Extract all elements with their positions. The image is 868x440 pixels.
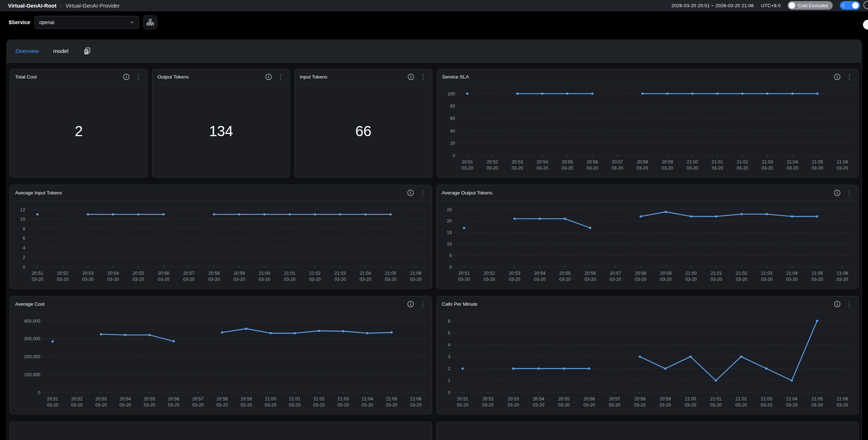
- svg-text:6: 6: [23, 236, 25, 241]
- svg-text:03-20: 03-20: [587, 166, 598, 171]
- info-icon[interactable]: [834, 73, 841, 80]
- service-variable-label: $Service: [9, 19, 30, 25]
- svg-text:03-20: 03-20: [559, 277, 571, 282]
- breadcrumb-root-link[interactable]: Virtual-GenAI-Root: [8, 3, 57, 9]
- info-icon[interactable]: [265, 73, 272, 80]
- svg-text:21:02: 21:02: [737, 160, 748, 165]
- svg-text:21:04: 21:04: [786, 396, 797, 401]
- kebab-menu-icon[interactable]: ⋮: [419, 74, 427, 80]
- svg-text:03-20: 03-20: [208, 277, 220, 282]
- svg-text:20:53: 20:53: [508, 396, 519, 401]
- card-header: Calls Per Minute ⋮: [437, 296, 858, 312]
- svg-text:03-20: 03-20: [761, 277, 773, 282]
- svg-text:20:56: 20:56: [158, 271, 169, 276]
- card-title: Calls Per Minute: [442, 301, 477, 307]
- kebab-menu-icon[interactable]: ⋮: [845, 74, 853, 80]
- svg-text:03-20: 03-20: [687, 166, 698, 171]
- duplicate-pages-icon[interactable]: [83, 47, 92, 55]
- svg-text:03-20: 03-20: [486, 166, 498, 171]
- info-icon[interactable]: [408, 73, 414, 80]
- svg-text:03-20: 03-20: [484, 277, 495, 282]
- kebab-menu-icon[interactable]: ⋮: [845, 190, 853, 196]
- svg-text:03-20: 03-20: [457, 403, 468, 408]
- svg-text:21:03: 21:03: [761, 271, 772, 276]
- row-next-clipped: [10, 422, 859, 440]
- card-title: Total Cost: [15, 74, 37, 80]
- calls-per-minute-card: Calls Per Minute ⋮ 012345620:5103-2020:5…: [436, 296, 859, 414]
- cold-excluded-toggle[interactable]: Cold Excluded: [788, 1, 833, 10]
- clipped-card: [10, 422, 432, 440]
- average-cost-chart: 0100,000200,000300,000400,00020:5103-202…: [10, 312, 432, 414]
- toggle-knob: [852, 2, 859, 9]
- svg-text:03-20: 03-20: [710, 403, 722, 408]
- svg-text:25: 25: [447, 207, 452, 212]
- svg-text:21:00: 21:00: [265, 396, 276, 401]
- svg-text:80: 80: [450, 104, 455, 109]
- svg-text:21:02: 21:02: [313, 396, 325, 401]
- svg-text:03-20: 03-20: [334, 277, 346, 282]
- service-select-value: openai: [39, 19, 54, 25]
- kebab-menu-icon[interactable]: ⋮: [134, 74, 142, 80]
- kebab-menu-icon[interactable]: ⋮: [419, 301, 427, 307]
- svg-text:03-20: 03-20: [837, 403, 848, 408]
- card-header: Average Input Tokens ⋮: [10, 185, 432, 201]
- svg-text:03-20: 03-20: [558, 403, 570, 408]
- stat-body: 2: [10, 85, 147, 177]
- tab-model[interactable]: model: [53, 48, 68, 54]
- svg-text:20:51: 20:51: [47, 396, 58, 401]
- info-icon[interactable]: [407, 301, 414, 307]
- svg-text:21:05: 21:05: [385, 271, 396, 276]
- dashboard-content: Total Cost ⋮ 2 Output Tokens: [7, 63, 862, 440]
- svg-text:20:55: 20:55: [558, 396, 569, 401]
- tab-overview[interactable]: Overview: [15, 48, 39, 54]
- svg-text:03-20: 03-20: [362, 403, 373, 408]
- svg-text:20:56: 20:56: [584, 396, 595, 401]
- svg-text:6: 6: [448, 319, 450, 324]
- svg-text:20:59: 20:59: [662, 160, 673, 165]
- svg-text:03-20: 03-20: [761, 403, 772, 408]
- time-range-picker[interactable]: 2026-03-20 20:51 ~ 2026-03-20 21:06: [671, 3, 754, 8]
- info-icon[interactable]: [407, 189, 414, 196]
- svg-text:21:06: 21:06: [410, 271, 421, 276]
- svg-text:21:02: 21:02: [309, 271, 320, 276]
- svg-text:20:54: 20:54: [107, 271, 119, 276]
- service-select[interactable]: openai: [35, 16, 139, 29]
- svg-text:03-20: 03-20: [47, 403, 58, 408]
- kebab-menu-icon[interactable]: ⋮: [419, 190, 427, 196]
- timezone-label[interactable]: UTC+8.0: [761, 3, 780, 8]
- svg-text:20:53: 20:53: [509, 271, 520, 276]
- svg-text:21:03: 21:03: [338, 396, 349, 401]
- stat-body: 66: [295, 85, 432, 177]
- svg-text:20:57: 20:57: [610, 271, 621, 276]
- svg-text:3: 3: [448, 354, 450, 359]
- svg-text:21:06: 21:06: [837, 271, 848, 276]
- info-icon[interactable]: [834, 189, 841, 196]
- svg-text:03-20: 03-20: [787, 166, 798, 171]
- clipped-floating-button[interactable]: [863, 20, 868, 30]
- info-icon[interactable]: [123, 73, 130, 80]
- kebab-menu-icon[interactable]: ⋮: [277, 74, 285, 80]
- svg-text:20:52: 20:52: [71, 396, 83, 401]
- svg-text:20:58: 20:58: [208, 271, 219, 276]
- kebab-menu-icon[interactable]: ⋮: [845, 301, 853, 307]
- info-icon[interactable]: [834, 301, 841, 307]
- service-sla-card: Service SLA ⋮ 02040608010020:5103-2020:5…: [437, 69, 859, 178]
- svg-text:20:58: 20:58: [637, 160, 648, 165]
- card-header: Service SLA ⋮: [437, 69, 858, 85]
- row-cost-calls-charts: Average Cost ⋮ 0100,000200,000300,000400…: [10, 296, 859, 414]
- svg-text:03-20: 03-20: [811, 277, 823, 282]
- svg-text:12: 12: [20, 207, 25, 212]
- average-cost-card: Average Cost ⋮ 0100,000200,000300,000400…: [10, 296, 432, 414]
- topology-view-button[interactable]: [143, 15, 157, 29]
- svg-text:03-20: 03-20: [158, 277, 169, 282]
- svg-text:03-20: 03-20: [95, 403, 107, 408]
- average-output-tokens-card: Average Output Tokens ⋮ 051015202520:510…: [436, 185, 859, 289]
- svg-text:20:58: 20:58: [635, 271, 646, 276]
- svg-text:21:03: 21:03: [334, 271, 346, 276]
- dark-mode-toggle[interactable]: ☾: [840, 1, 860, 10]
- clipped-topbar-button[interactable]: [863, 1, 868, 9]
- svg-text:03-20: 03-20: [685, 403, 696, 408]
- svg-text:03-20: 03-20: [410, 403, 422, 408]
- svg-text:4: 4: [448, 342, 450, 347]
- total-cost-value: 2: [75, 123, 83, 139]
